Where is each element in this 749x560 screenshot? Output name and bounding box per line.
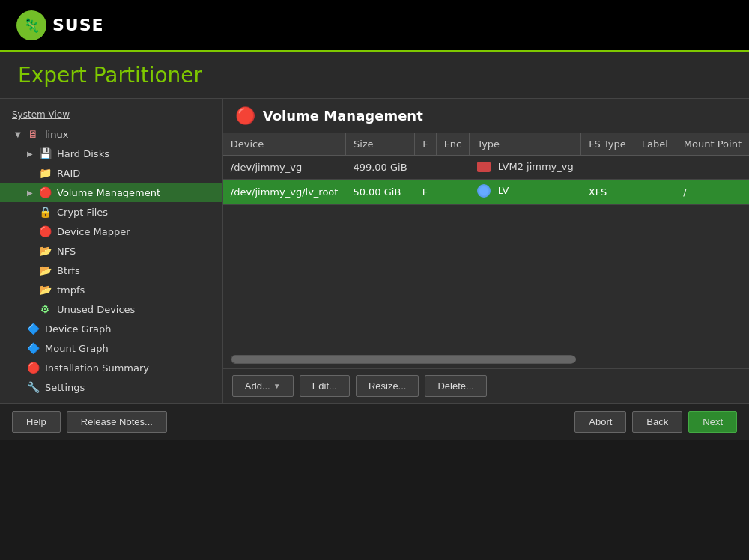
scrollbar-track[interactable] bbox=[231, 355, 575, 364]
suse-logo-icon: 🦎 bbox=[15, 9, 48, 42]
sidebar-item-settings[interactable]: 🔧 Settings bbox=[0, 377, 222, 397]
btrfs-icon: 📂 bbox=[37, 263, 52, 278]
sidebar-item-mount-graph[interactable]: 🔷 Mount Graph bbox=[0, 338, 222, 358]
computer-icon: 🖥 bbox=[25, 127, 40, 141]
crypt-icon: 🔒 bbox=[37, 204, 52, 219]
sidebar-item-label-is: Installation Summary bbox=[45, 362, 149, 374]
sidebar-item-btrfs[interactable]: 📂 Btrfs bbox=[0, 261, 222, 280]
cell-mount-1 bbox=[676, 156, 749, 179]
bottom-left-buttons: Help Release Notes... bbox=[12, 411, 167, 433]
table-container[interactable]: Device Size F Enc Type FS Type Label Mou… bbox=[223, 133, 749, 350]
add-button[interactable]: Add... ▼ bbox=[232, 375, 294, 397]
table-header-row: Device Size F Enc Type FS Type Label Mou… bbox=[223, 133, 749, 156]
right-panel: 🔴 Volume Management Device Size F Enc Ty… bbox=[223, 99, 749, 403]
scrollbar-area[interactable] bbox=[223, 350, 749, 368]
sidebar-item-linux[interactable]: ▼ 🖥 linux bbox=[0, 124, 222, 144]
mg-icon: 🔷 bbox=[25, 341, 40, 356]
summary-icon: 🔴 bbox=[25, 360, 40, 375]
cell-f-1 bbox=[415, 156, 436, 179]
cell-type-1: LVM2 jimmy_vg bbox=[470, 156, 581, 179]
suse-brand-text: SUSE bbox=[52, 16, 104, 34]
delete-button[interactable]: Delete... bbox=[425, 375, 486, 397]
sidebar-item-label-raid: RAID bbox=[57, 168, 80, 179]
col-device: Device bbox=[223, 133, 346, 156]
cell-fs-1 bbox=[581, 156, 634, 179]
edit-button-label: Edit... bbox=[312, 380, 337, 392]
help-button[interactable]: Help bbox=[12, 411, 61, 433]
sidebar-item-crypt-files[interactable]: 🔒 Crypt Files bbox=[0, 202, 222, 222]
next-button[interactable]: Next bbox=[688, 411, 737, 433]
sidebar-item-raid[interactable]: 📁 RAID bbox=[0, 163, 222, 183]
volume-table: Device Size F Enc Type FS Type Label Mou… bbox=[223, 133, 749, 205]
add-button-label: Add... bbox=[245, 380, 270, 392]
cell-fs-2: XFS bbox=[581, 179, 634, 204]
cell-enc-1 bbox=[436, 156, 470, 179]
sidebar-item-label-mg: Mount Graph bbox=[45, 343, 109, 354]
release-notes-button[interactable]: Release Notes... bbox=[67, 411, 167, 433]
page-title: Expert Partitioner bbox=[18, 63, 731, 88]
disk-icon: 💾 bbox=[37, 146, 52, 161]
bottom-right-buttons: Abort Back Next bbox=[574, 411, 737, 433]
cell-f-2: F bbox=[415, 179, 436, 204]
vm-icon: 🔴 bbox=[37, 185, 52, 200]
action-buttons: Add... ▼ Edit... Resize... Delete... bbox=[223, 368, 749, 403]
lvm-icon bbox=[477, 162, 491, 172]
sidebar-item-device-mapper[interactable]: 🔴 Device Mapper bbox=[0, 222, 222, 241]
sidebar-item-installation-summary[interactable]: 🔴 Installation Summary bbox=[0, 358, 222, 377]
dm-icon: 🔴 bbox=[37, 224, 52, 239]
settings-icon: 🔧 bbox=[25, 380, 40, 395]
sidebar-item-label-linux: linux bbox=[45, 129, 68, 140]
edit-button[interactable]: Edit... bbox=[300, 375, 350, 397]
table-row[interactable]: /dev/jimmy_vg/lv_root 50.00 GiB F LV XFS bbox=[223, 179, 749, 204]
col-fs-type: FS Type bbox=[581, 133, 634, 156]
sidebar-item-label-dg: Device Graph bbox=[45, 323, 111, 335]
tmp-icon: 📂 bbox=[37, 282, 52, 297]
expand-arrow-vm: ▶ bbox=[27, 189, 37, 197]
col-f: F bbox=[415, 133, 436, 156]
back-button[interactable]: Back bbox=[632, 411, 682, 433]
cell-type-2: LV bbox=[470, 179, 581, 204]
sidebar-item-label-tmpfs: tmpfs bbox=[57, 284, 85, 296]
col-enc: Enc bbox=[436, 133, 470, 156]
expand-arrow-linux: ▼ bbox=[15, 130, 25, 139]
panel-header: 🔴 Volume Management bbox=[223, 99, 749, 133]
resize-button[interactable]: Resize... bbox=[356, 375, 419, 397]
delete-button-label: Delete... bbox=[437, 380, 473, 392]
sidebar-item-tmpfs[interactable]: 📂 tmpfs bbox=[0, 280, 222, 299]
header: 🦎 SUSE bbox=[0, 0, 749, 52]
panel-header-icon: 🔴 bbox=[235, 106, 255, 125]
expand-arrow-hard-disks: ▶ bbox=[27, 150, 37, 158]
sidebar-title[interactable]: System View bbox=[0, 105, 222, 124]
table-row[interactable]: /dev/jimmy_vg 499.00 GiB LVM2 jimmy_vg bbox=[223, 156, 749, 179]
col-mount-point: Mount Point bbox=[676, 133, 749, 156]
col-size: Size bbox=[345, 133, 414, 156]
cell-device-2: /dev/jimmy_vg/lv_root bbox=[223, 179, 346, 204]
sidebar-item-label-unused: Unused Devices bbox=[57, 304, 135, 315]
abort-button[interactable]: Abort bbox=[574, 411, 626, 433]
sidebar-item-hard-disks[interactable]: ▶ 💾 Hard Disks bbox=[0, 144, 222, 163]
panel-header-title: Volume Management bbox=[263, 108, 423, 124]
bottom-bar: Help Release Notes... Abort Back Next bbox=[0, 403, 749, 440]
sidebar-item-label-nfs: NFS bbox=[57, 246, 76, 257]
sidebar-item-label-btrfs: Btrfs bbox=[57, 265, 80, 276]
sidebar-item-nfs[interactable]: 📂 NFS bbox=[0, 241, 222, 261]
title-bar: Expert Partitioner bbox=[0, 52, 749, 99]
scrollbar-thumb[interactable] bbox=[231, 356, 576, 363]
sidebar-item-label-dm: Device Mapper bbox=[57, 226, 130, 237]
sidebar-item-volume-management[interactable]: ▶ 🔴 Volume Management bbox=[0, 183, 222, 202]
cell-device-1: /dev/jimmy_vg bbox=[223, 156, 346, 179]
sidebar-item-label-crypt: Crypt Files bbox=[57, 207, 108, 218]
cell-label-2 bbox=[634, 179, 676, 204]
cell-enc-2 bbox=[436, 179, 470, 204]
sidebar-item-device-graph[interactable]: 🔷 Device Graph bbox=[0, 319, 222, 338]
suse-logo: 🦎 SUSE bbox=[15, 9, 104, 42]
resize-button-label: Resize... bbox=[369, 380, 407, 392]
content-area: System View ▼ 🖥 linux ▶ 💾 Hard Disks 📁 R… bbox=[0, 99, 749, 403]
col-label: Label bbox=[634, 133, 676, 156]
sidebar-item-unused-devices[interactable]: ⚙ Unused Devices bbox=[0, 299, 222, 319]
sidebar-item-label-vm: Volume Management bbox=[57, 187, 160, 198]
nfs-icon: 📂 bbox=[37, 243, 52, 258]
lv-icon bbox=[477, 184, 491, 198]
cell-size-2: 50.00 GiB bbox=[345, 179, 414, 204]
add-dropdown-arrow: ▼ bbox=[273, 382, 281, 390]
